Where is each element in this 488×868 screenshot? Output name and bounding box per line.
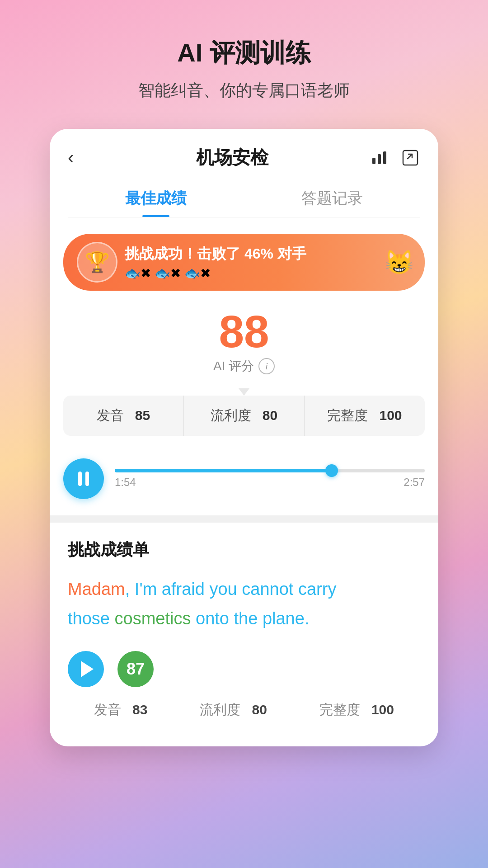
bottom-completeness-label: 完整度 [319, 702, 360, 717]
bottom-pronunciation-value: 83 [132, 702, 147, 717]
back-button[interactable]: ‹ [68, 147, 95, 168]
progress-container: 1:54 2:57 [115, 469, 425, 489]
progress-thumb [325, 464, 338, 477]
result-score-circle: 87 [117, 651, 154, 687]
main-card: ‹ 机场安检 最佳成绩 答题记录 🏆 [50, 129, 438, 746]
challenge-main-text: 挑战成功！击败了 46% 对手 [125, 244, 411, 264]
main-score: 88 [50, 309, 438, 354]
svg-rect-1 [378, 154, 381, 164]
fluency-label: 流利度 [211, 408, 251, 423]
section-divider [50, 515, 438, 523]
nav-icons [370, 148, 420, 168]
bottom-scores: 发音 83 流利度 80 完整度 100 [68, 701, 420, 728]
word-madam: Madam [68, 580, 125, 599]
word-cosmetics: cosmetics [115, 609, 191, 628]
tab-best[interactable]: 最佳成绩 [68, 179, 244, 217]
bottom-pronunciation: 发音 83 [94, 701, 147, 719]
play-triangle-icon [81, 661, 94, 677]
pronunciation-value: 85 [135, 408, 150, 423]
progress-track[interactable] [115, 469, 425, 472]
completeness-label: 完整度 [327, 408, 368, 423]
pause-button[interactable] [63, 458, 104, 499]
fluency-score: 流利度 80 [184, 396, 305, 436]
tab-history[interactable]: 答题记录 [244, 179, 420, 217]
cat-icon: 😸 [385, 249, 414, 276]
svg-rect-3 [403, 151, 418, 165]
nav-bar: ‹ 机场安检 [50, 129, 438, 179]
bottom-completeness: 完整度 100 [319, 701, 394, 719]
progress-times: 1:54 2:57 [115, 476, 425, 489]
word-part2: onto the plane. [191, 609, 309, 628]
progress-fill [115, 469, 332, 472]
bottom-pronunciation-label: 发音 [94, 702, 121, 717]
pronunciation-label: 发音 [97, 408, 124, 423]
svg-rect-2 [383, 151, 386, 164]
bottom-fluency-value: 80 [252, 702, 267, 717]
results-title: 挑战成绩单 [68, 539, 420, 561]
challenge-banner: 🏆 挑战成功！击败了 46% 对手 🐟✖ 🐟✖ 🐟✖ 😸 [63, 234, 425, 291]
bottom-fluency: 流利度 80 [200, 701, 267, 719]
pause-icon [78, 472, 89, 486]
nav-title: 机场安检 [196, 145, 268, 170]
fluency-value: 80 [263, 408, 277, 423]
completeness-value: 100 [379, 408, 402, 423]
score-breakdown: 发音 85 流利度 80 完整度 100 [63, 396, 425, 436]
page-title: AI 评测训练 [138, 36, 350, 71]
challenge-fish-icons: 🐟✖ 🐟✖ 🐟✖ [125, 266, 411, 281]
tabs: 最佳成绩 答题记录 [68, 179, 420, 217]
audio-player: 1:54 2:57 [50, 449, 438, 515]
score-info-row: AI 评分 i [50, 358, 438, 375]
current-time: 1:54 [115, 476, 136, 489]
score-section: 88 AI 评分 i [50, 291, 438, 384]
svg-rect-0 [372, 158, 375, 164]
share-icon[interactable] [400, 148, 420, 168]
result-row: 87 [68, 651, 420, 687]
info-icon[interactable]: i [258, 358, 275, 374]
total-time: 2:57 [404, 476, 425, 489]
challenge-text: 挑战成功！击败了 46% 对手 🐟✖ 🐟✖ 🐟✖ [125, 244, 411, 281]
completeness-score: 完整度 100 [305, 396, 425, 436]
svg-line-4 [408, 154, 412, 159]
results-section: 挑战成绩单 Madam, I'm afraid you cannot carry… [50, 523, 438, 746]
page-header: AI 评测训练 智能纠音、你的专属口语老师 [138, 36, 350, 102]
page-subtitle: 智能纠音、你的专属口语老师 [138, 80, 350, 102]
sentence-display: Madam, I'm afraid you cannot carrythose … [68, 575, 420, 633]
bottom-fluency-label: 流利度 [200, 702, 240, 717]
pronunciation-score: 发音 85 [63, 396, 184, 436]
play-button-small[interactable] [68, 651, 104, 687]
score-pointer [239, 388, 249, 396]
bottom-completeness-value: 100 [371, 702, 394, 717]
score-label: AI 评分 [213, 358, 254, 375]
chart-icon[interactable] [370, 148, 389, 168]
trophy-icon: 🏆 [77, 242, 117, 283]
